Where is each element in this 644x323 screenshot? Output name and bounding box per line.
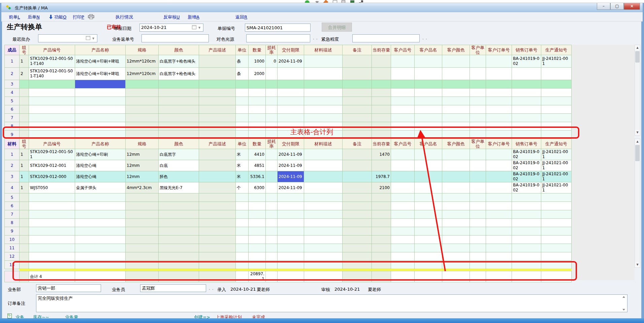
grid-cell[interactable] [541, 210, 572, 219]
grid-cell[interactable]: 2024-11-09 [278, 182, 304, 193]
grid-cell[interactable] [126, 236, 159, 244]
grid-cell[interactable] [372, 160, 391, 171]
grid-cell[interactable] [266, 149, 278, 160]
grid-cell[interactable]: 5336.1 [249, 171, 266, 182]
grid-cell[interactable] [442, 160, 470, 171]
grid-cell[interactable] [266, 210, 278, 219]
grid-cell[interactable] [20, 88, 29, 97]
grid-cell[interactable] [391, 114, 415, 122]
grid-cell[interactable] [126, 210, 159, 219]
grid-cell[interactable] [415, 219, 442, 227]
grid-cell[interactable] [343, 80, 372, 88]
grid-cell[interactable] [343, 160, 372, 171]
merge-detail-button[interactable]: 合并明细 [322, 23, 352, 32]
grid-cell[interactable] [470, 244, 486, 252]
grid-cell[interactable] [442, 88, 470, 97]
grid-cell[interactable] [442, 236, 470, 244]
grid-cell[interactable]: STK1029-012-001 [29, 160, 75, 171]
grid-cell[interactable] [304, 219, 343, 227]
grid-cell[interactable] [442, 149, 470, 160]
grid-cell[interactable] [304, 114, 343, 122]
row-number[interactable]: 3 [5, 171, 20, 182]
grid-cell[interactable] [391, 182, 415, 193]
grid-cell[interactable] [391, 244, 415, 252]
grid-cell[interactable] [372, 227, 391, 236]
grid-cell[interactable]: 1000 [249, 55, 266, 68]
toolbar-item-5[interactable]: 执行情况 [116, 14, 133, 20]
grid-cell[interactable]: STK1029-012-001-S01-T140 [29, 68, 75, 80]
grid-cell[interactable] [486, 88, 512, 97]
grid-cell[interactable] [343, 114, 372, 122]
grid-cell[interactable]: JJ-241021-001 [541, 182, 572, 193]
grid-cell[interactable] [391, 80, 415, 88]
grid-cell[interactable] [75, 227, 126, 236]
grid-cell[interactable] [304, 68, 343, 80]
grid-cell[interactable]: 4410 [249, 149, 266, 160]
grid-cell[interactable]: 条 [236, 68, 249, 80]
grid-cell[interactable] [199, 105, 236, 114]
grid-cell[interactable] [372, 236, 391, 244]
grid-cell[interactable] [343, 149, 372, 160]
grid-cell[interactable]: WJST050 [29, 182, 75, 193]
grid-cell[interactable] [541, 80, 572, 88]
remark-scroll-up-icon[interactable] [622, 296, 625, 298]
grid-cell[interactable] [266, 114, 278, 122]
grid-cell[interactable] [304, 149, 343, 160]
column-header[interactable]: 客户品号 [391, 45, 415, 55]
grid-cell[interactable] [512, 252, 541, 261]
grid-cell[interactable] [266, 68, 278, 80]
grid-cell[interactable] [249, 252, 266, 261]
column-header[interactable]: 规格 [126, 139, 159, 149]
grid-cell[interactable] [199, 160, 236, 171]
grid-cell[interactable] [75, 202, 126, 210]
grid-cell[interactable]: STK1029-012-001-S01-T140 [29, 55, 75, 68]
grid-cell[interactable] [415, 202, 442, 210]
grid-cell[interactable] [470, 97, 486, 105]
column-header[interactable]: 组号 [20, 139, 29, 149]
column-header[interactable]: 生产通知号 [541, 139, 572, 149]
grid-cell[interactable] [391, 105, 415, 114]
grid-cell[interactable] [236, 227, 249, 236]
column-header[interactable]: 当前存量 [372, 45, 391, 55]
grid-cell[interactable] [20, 210, 29, 219]
latest-approve-combo[interactable]: ▼ [38, 34, 97, 42]
grid-cell[interactable] [512, 105, 541, 114]
grid-cell[interactable] [343, 88, 372, 97]
grid-cell[interactable] [442, 68, 470, 80]
salesperson-input[interactable] [140, 284, 206, 292]
grid-cell[interactable] [415, 88, 442, 97]
grid-cell[interactable] [541, 114, 572, 122]
grid-cell[interactable] [470, 227, 486, 236]
grid-cell[interactable] [75, 219, 126, 227]
grid-cell[interactable]: 6300 [249, 182, 266, 193]
grid-cell[interactable] [391, 88, 415, 97]
grid-cell[interactable] [29, 105, 75, 114]
grid-cell[interactable] [512, 219, 541, 227]
grid-cell[interactable] [266, 88, 278, 97]
grid-cell[interactable] [343, 244, 372, 252]
grid-cell[interactable] [442, 210, 470, 219]
grid-cell[interactable]: 2024-11-09 [278, 55, 304, 68]
grid-cell[interactable] [486, 236, 512, 244]
grid-cell[interactable]: 条 [236, 55, 249, 68]
grid-cell[interactable] [249, 193, 266, 202]
grid-cell[interactable] [126, 219, 159, 227]
grid-cell[interactable]: 金属子弹头 [75, 182, 126, 193]
row-number[interactable]: 9 [5, 227, 20, 236]
grid-cell[interactable] [20, 219, 29, 227]
grid-cell[interactable] [304, 80, 343, 88]
top-table-scrollbar[interactable]: ▲ ▼ [635, 45, 640, 136]
grid-cell[interactable] [391, 97, 415, 105]
grid-cell[interactable] [486, 160, 512, 171]
grid-cell[interactable] [159, 114, 199, 122]
grid-cell[interactable] [304, 182, 343, 193]
column-header[interactable]: 产品名称 [75, 139, 126, 149]
grid-cell[interactable] [75, 210, 126, 219]
grid-cell[interactable] [486, 114, 512, 122]
column-header[interactable]: 颜色 [159, 139, 199, 149]
grid-cell[interactable] [470, 182, 486, 193]
dots-1[interactable]: . . [313, 36, 318, 40]
grid-cell[interactable] [159, 88, 199, 97]
grid-cell[interactable] [236, 252, 249, 261]
grid-cell[interactable] [126, 88, 159, 97]
